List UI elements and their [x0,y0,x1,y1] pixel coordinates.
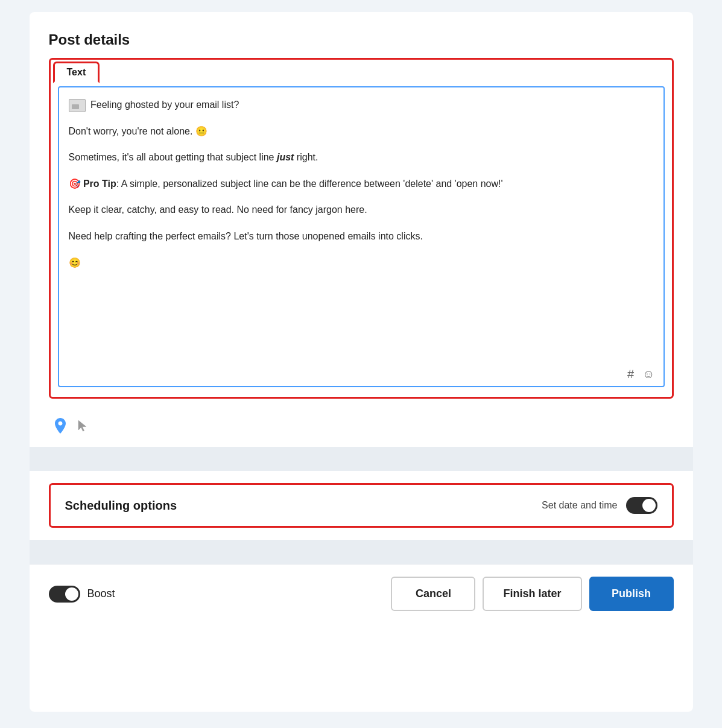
text-line-7: 😊 [69,255,633,271]
scheduling-toggle[interactable] [626,497,657,514]
line1-text: Feeling ghosted by your email list? [90,100,239,110]
toggle-thumb [642,499,656,512]
cancel-button[interactable]: Cancel [391,577,475,611]
scheduling-section: Scheduling options Set date and time [49,483,674,528]
gray-divider-section [30,447,693,471]
page-title: Post details [49,31,674,48]
footer-left: Boost [49,586,115,603]
text-section: Text Feeling ghosted by your email list?… [49,58,674,399]
boost-label: Boost [87,587,115,600]
line3-bold-italic: just [277,152,294,162]
bottom-icons [49,411,674,447]
line4-bold: Pro Tip [81,179,116,189]
publish-button[interactable]: Publish [589,577,674,611]
location-icon[interactable] [54,418,67,437]
line4-text: : A simple, personalized subject line ca… [116,179,503,189]
line6-text: Need help crafting the perfect emails? L… [69,231,423,241]
line7-emoji: 😊 [69,258,81,268]
scheduling-title: Scheduling options [65,499,177,513]
cursor-icon [77,419,89,436]
line3-before: Sometimes, it's all about getting that s… [69,152,277,162]
text-section-inner: Feeling ghosted by your email list? Don'… [51,86,672,397]
boost-toggle-track [49,586,80,603]
text-line-2: Don't worry, you're not alone. 😐 [69,124,633,139]
text-line-4: 🎯 Pro Tip: A simple, personalized subjec… [69,176,633,192]
finish-later-button[interactable]: Finish later [483,577,581,611]
page-container: Post details Text Feeling ghosted by you… [30,12,693,712]
scheduling-label: Set date and time [542,500,617,511]
emoji-picker-icon[interactable]: ☺ [642,367,654,381]
text-line-6: Need help crafting the perfect emails? L… [69,229,633,244]
line2-text: Don't worry, you're not alone. 😐 [69,126,207,136]
toggle-track [626,497,657,514]
line4-emoji: 🎯 [69,179,81,189]
footer-right: Cancel Finish later Publish [391,577,673,611]
text-line-3: Sometimes, it's all about getting that s… [69,150,633,165]
boost-toggle[interactable] [49,586,80,603]
line3-after: right. [294,152,318,162]
editor-wrapper: Feeling ghosted by your email list? Don'… [58,86,665,387]
hashtag-icon[interactable]: # [627,367,634,381]
editor-toolbar: # ☺ [59,365,663,386]
text-line-5: Keep it clear, catchy, and easy to read.… [69,202,633,218]
boost-toggle-thumb [65,587,78,601]
line5-text: Keep it clear, catchy, and easy to read.… [69,204,367,215]
footer: Boost Cancel Finish later Publish [30,564,693,623]
image-icon [69,99,86,112]
scheduling-right: Set date and time [542,497,657,514]
text-line-1: Feeling ghosted by your email list? [69,97,633,113]
text-tab[interactable]: Text [53,62,100,83]
gray-section-2 [30,540,693,564]
editor-content[interactable]: Feeling ghosted by your email list? Don'… [59,87,663,365]
